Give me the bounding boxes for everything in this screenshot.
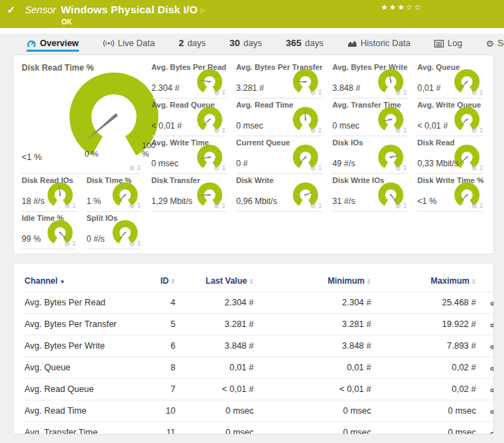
- gauge-settings-icon[interactable]: ⚙: [129, 240, 135, 247]
- gauge-settings-icon[interactable]: ⚙: [395, 203, 401, 210]
- tab-2-days[interactable]: 2 days: [178, 38, 206, 52]
- gauge-settings-icon[interactable]: ⚙: [471, 89, 477, 96]
- gauge-scale-min: 0 %: [85, 150, 99, 158]
- column-header-last-value[interactable]: Last Value⇕: [177, 269, 255, 292]
- gauge-settings-icon[interactable]: ⚙: [395, 165, 401, 172]
- gauge-pin-icon[interactable]: ↧: [317, 127, 323, 134]
- gauge-pin-icon[interactable]: ↧: [71, 240, 77, 247]
- channel-gauge[interactable]: Avg. Write Time 0 msec ⚙ ↧: [152, 136, 226, 174]
- channel-gauge[interactable]: Avg. Bytes Per Write 3.848 # ⚙ ↧: [332, 61, 408, 99]
- priority-stars[interactable]: ★★★☆☆: [381, 3, 422, 12]
- gauge-pin-icon[interactable]: ↧: [71, 203, 77, 210]
- cell-last-value: 0,01 #: [177, 357, 255, 379]
- gauge-pin-icon[interactable]: ↧: [221, 203, 226, 210]
- gauge-pin-icon[interactable]: ↧: [136, 240, 142, 247]
- gauge-pin-icon[interactable]: ↧: [221, 127, 226, 134]
- gauge-pin-icon[interactable]: ↧: [478, 203, 484, 210]
- channel-gauge[interactable]: Avg. Transfer Time 0 msec ⚙ ↧: [332, 99, 408, 136]
- gauge-pin-icon[interactable]: ↧: [317, 165, 323, 172]
- channel-gauge[interactable]: Split IOs 0 #/s ⚙ ↧: [87, 212, 142, 249]
- gauge-pin-icon[interactable]: ↧: [221, 165, 226, 172]
- tab-overview[interactable]: Overview: [27, 38, 79, 52]
- channel-gauge[interactable]: Disk IOs 49 #/s ⚙ ↧: [332, 136, 408, 174]
- channel-settings-wrench-icon[interactable]: [490, 405, 495, 416]
- gauge-settings-icon[interactable]: ⚙: [214, 127, 219, 134]
- gauge-pin-icon[interactable]: ↧: [317, 203, 323, 210]
- tab-live-data[interactable]: Live Data: [103, 38, 155, 52]
- gauge-settings-icon[interactable]: ⚙: [471, 165, 477, 172]
- channel-gauge[interactable]: Avg. Queue 0,01 # ⚙ ↧: [417, 61, 484, 99]
- column-header-minimum[interactable]: Minimum⇕: [255, 269, 373, 292]
- gauge-settings-icon[interactable]: ⚙: [310, 165, 316, 172]
- gauge-pin-icon[interactable]: ↧: [317, 89, 323, 96]
- gauge-settings-icon[interactable]: ⚙: [471, 203, 477, 210]
- table-row: Avg. Read Queue 7 < 0,01 # < 0,01 # 0,02…: [23, 379, 494, 400]
- channel-gauge[interactable]: Disk Write 0,96 Mbit/s ⚙ ↧: [236, 174, 323, 212]
- gauge-settings-icon[interactable]: ⚙: [214, 165, 219, 172]
- gauge-settings-icon[interactable]: ⚙: [129, 165, 135, 172]
- table-row: Avg. Queue 8 0,01 # 0,01 # 0,02 #: [23, 357, 494, 379]
- gauge-settings-icon[interactable]: ⚙: [395, 127, 401, 134]
- gauge-pin-icon[interactable]: ↧: [478, 127, 484, 134]
- channel-gauge[interactable]: Disk Time % 1 % ⚙ ↧: [87, 174, 142, 212]
- gauge-pin-icon[interactable]: ↧: [136, 203, 142, 210]
- tab-365-days[interactable]: 365 days: [286, 38, 324, 52]
- gauges-panel: Disk Read Time % 0 % 100 % <1 % ⚙ ↧ Avg.…: [13, 55, 494, 254]
- tab-30-days[interactable]: 30 days: [229, 38, 261, 52]
- gauge-pin-icon[interactable]: ↧: [221, 89, 226, 96]
- channel-settings-wrench-icon[interactable]: [490, 362, 495, 373]
- main-gauge-disk-read-time[interactable]: Disk Read Time % 0 % 100 % <1 % ⚙ ↧: [22, 61, 142, 174]
- gauge-pin-icon[interactable]: ↧: [478, 165, 484, 172]
- column-header-maximum[interactable]: Maximum⇕: [373, 269, 477, 292]
- channel-settings-wrench-icon[interactable]: [490, 297, 495, 308]
- channel-gauge[interactable]: Disk Write Time % <1 % ⚙ ↧: [417, 174, 484, 212]
- channel-gauge[interactable]: Disk Read IOs 18 #/s ⚙ ↧: [22, 174, 77, 212]
- channel-gauge[interactable]: Disk Write IOs 31 #/s ⚙ ↧: [332, 174, 408, 212]
- channel-gauge[interactable]: Current Queue 0 # ⚙ ↧: [236, 136, 323, 174]
- table-row: Avg. Read Time 10 0 msec 0 msec 0 msec: [23, 400, 494, 422]
- channel-gauge[interactable]: Disk Read 0,33 Mbit/s ⚙ ↧: [417, 136, 484, 174]
- gauge-settings-icon[interactable]: ⚙: [64, 203, 70, 210]
- gauge-pin-icon[interactable]: ↧: [402, 89, 408, 96]
- tab-settings[interactable]: ⚙ Settings: [486, 38, 504, 52]
- tab-historic-data[interactable]: Historic Data: [347, 38, 411, 52]
- tab-label: days: [187, 38, 206, 48]
- gauge-grid: Disk Read Time % 0 % 100 % <1 % ⚙ ↧ Avg.…: [22, 61, 484, 249]
- gauge-settings-icon[interactable]: ⚙: [214, 89, 219, 96]
- gauge-pin-icon[interactable]: ↧: [136, 165, 142, 172]
- gauge-settings-icon[interactable]: ⚙: [64, 240, 70, 247]
- gauge-settings-icon[interactable]: ⚙: [129, 203, 135, 210]
- column-header-channel[interactable]: Channel▼: [23, 269, 141, 292]
- gauge-settings-icon[interactable]: ⚙: [471, 127, 477, 134]
- cell-id: 10: [141, 400, 177, 422]
- cell-maximum: 19.922 #: [373, 314, 477, 335]
- channel-gauge[interactable]: Avg. Bytes Per Read 2.304 # ⚙ ↧: [152, 61, 226, 99]
- cell-id: 11: [141, 422, 177, 435]
- channel-gauge[interactable]: Idle Time % 99 % ⚙ ↧: [22, 212, 77, 249]
- gauge-value: <1 %: [417, 196, 437, 206]
- gauge-pin-icon[interactable]: ↧: [478, 89, 484, 96]
- gauge-settings-icon[interactable]: ⚙: [395, 89, 401, 96]
- table-header-row: Channel▼ ID⇕ Last Value⇕ Minimum⇕ Maximu…: [23, 269, 494, 292]
- channel-settings-wrench-icon[interactable]: [490, 340, 495, 351]
- channel-gauge[interactable]: Avg. Bytes Per Transfer 3.281 # ⚙ ↧: [236, 61, 323, 99]
- gauge-settings-icon[interactable]: ⚙: [310, 203, 316, 210]
- channel-gauge[interactable]: Avg. Write Queue < 0,01 # ⚙ ↧: [417, 99, 484, 136]
- gauge-settings-icon[interactable]: ⚙: [214, 203, 219, 210]
- channel-settings-wrench-icon[interactable]: [490, 384, 495, 395]
- channel-gauge[interactable]: Avg. Read Queue < 0,01 # ⚙ ↧: [152, 99, 226, 136]
- channel-gauge[interactable]: Avg. Read Time 0 msec ⚙ ↧: [236, 99, 323, 136]
- gauge-pin-icon[interactable]: ↧: [402, 203, 408, 210]
- gauge-value: 3.281 #: [236, 83, 264, 93]
- flag-icon[interactable]: ⚐: [200, 8, 206, 15]
- channel-settings-wrench-icon[interactable]: [490, 427, 495, 435]
- cell-maximum: 0,02 #: [373, 379, 477, 400]
- tab-log[interactable]: Log: [434, 38, 462, 52]
- gauge-settings-icon[interactable]: ⚙: [310, 89, 316, 96]
- column-header-id[interactable]: ID⇕: [141, 269, 177, 292]
- channel-gauge[interactable]: Disk Transfer 1,29 Mbit/s ⚙ ↧: [152, 174, 226, 212]
- gauge-settings-icon[interactable]: ⚙: [310, 127, 316, 134]
- channel-settings-wrench-icon[interactable]: [490, 319, 495, 330]
- gauge-pin-icon[interactable]: ↧: [402, 127, 408, 134]
- gauge-pin-icon[interactable]: ↧: [402, 165, 408, 172]
